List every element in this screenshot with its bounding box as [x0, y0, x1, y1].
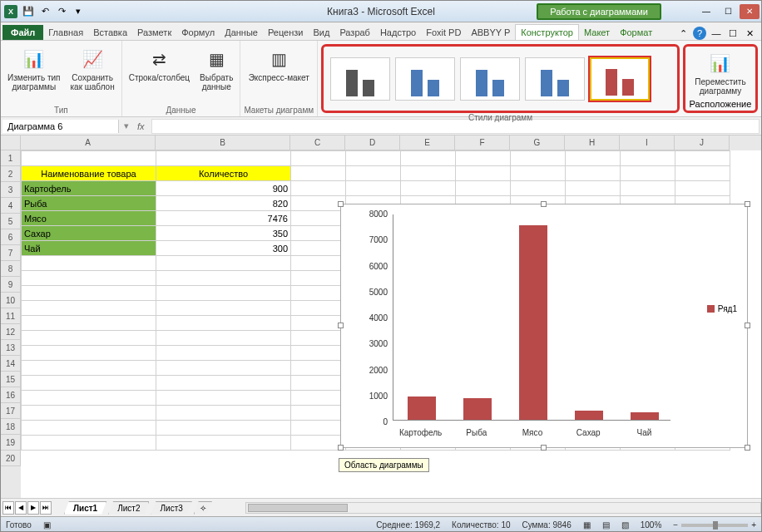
- cell[interactable]: [291, 211, 346, 226]
- col-F[interactable]: F: [455, 135, 510, 150]
- quick-layout-button[interactable]: ▥ Экспресс-макет: [245, 44, 313, 84]
- cell[interactable]: Сахар: [22, 226, 156, 241]
- cell[interactable]: [401, 181, 456, 196]
- row-header[interactable]: 9: [1, 277, 21, 293]
- move-chart-button[interactable]: 📊 Переместить диаграмму: [691, 48, 749, 97]
- tab-layout[interactable]: Разметк: [132, 25, 176, 40]
- switch-row-col-button[interactable]: ⇄ Строка/столбец: [126, 44, 193, 84]
- cell[interactable]: [621, 166, 675, 181]
- ribbon-collapse-icon[interactable]: ⌃: [676, 27, 690, 40]
- tab-design[interactable]: Конструктор: [515, 24, 579, 40]
- cell[interactable]: [291, 376, 346, 391]
- undo-icon[interactable]: ↶: [37, 4, 52, 19]
- cell[interactable]: 350: [156, 226, 291, 241]
- maximize-button[interactable]: ☐: [718, 4, 738, 19]
- cells-area[interactable]: Наименование товараКоличествоКартофель90…: [21, 150, 761, 498]
- col-J[interactable]: J: [675, 135, 730, 150]
- resize-handle[interactable]: [338, 201, 344, 207]
- cell[interactable]: [456, 151, 511, 166]
- cell[interactable]: [291, 226, 346, 241]
- chart-style-3[interactable]: [460, 57, 520, 101]
- cell[interactable]: [401, 151, 456, 166]
- zoom-out-icon[interactable]: −: [673, 520, 678, 530]
- cell[interactable]: Мясо: [22, 211, 156, 226]
- chart-bar[interactable]: [575, 411, 603, 420]
- help-icon[interactable]: ?: [693, 27, 706, 40]
- new-sheet-button[interactable]: ✧: [194, 501, 212, 515]
- chart-bar[interactable]: [463, 398, 492, 420]
- cell[interactable]: [621, 151, 675, 166]
- cell[interactable]: [156, 316, 291, 331]
- cell[interactable]: [291, 181, 346, 196]
- cell[interactable]: [346, 166, 401, 181]
- cell[interactable]: [156, 421, 291, 436]
- sheet-nav-last-icon[interactable]: ⏭: [40, 501, 52, 515]
- tab-format[interactable]: Формат: [615, 25, 657, 40]
- cell[interactable]: [156, 406, 291, 421]
- chart-style-4[interactable]: [525, 57, 585, 101]
- tab-developer[interactable]: Разраб: [334, 25, 375, 40]
- chart-style-2[interactable]: [395, 57, 455, 101]
- tab-file[interactable]: Файл: [2, 25, 43, 40]
- cell[interactable]: [456, 181, 511, 196]
- col-I[interactable]: I: [620, 135, 675, 150]
- cell[interactable]: [291, 241, 346, 256]
- cell[interactable]: [401, 166, 456, 181]
- fx-icon[interactable]: fx: [132, 121, 150, 131]
- row-header[interactable]: 18: [1, 419, 21, 435]
- resize-handle[interactable]: [745, 201, 750, 207]
- row-header[interactable]: 17: [1, 403, 21, 419]
- zoom-in-icon[interactable]: +: [751, 520, 756, 530]
- row-header[interactable]: 20: [1, 451, 21, 466]
- resize-handle[interactable]: [338, 445, 344, 451]
- col-G[interactable]: G: [510, 135, 565, 150]
- cell[interactable]: [566, 151, 621, 166]
- redo-icon[interactable]: ↷: [54, 4, 69, 19]
- cell[interactable]: [22, 436, 156, 451]
- namebox-dropdown-icon[interactable]: ▾: [121, 121, 132, 131]
- row-header[interactable]: 3: [1, 182, 21, 198]
- cell[interactable]: [291, 271, 346, 286]
- doc-min-icon[interactable]: —: [710, 27, 723, 40]
- cell[interactable]: Рыба: [22, 196, 156, 211]
- minimize-button[interactable]: —: [696, 4, 716, 19]
- view-normal-icon[interactable]: ▦: [583, 520, 591, 530]
- tab-formulas[interactable]: Формул: [176, 25, 220, 40]
- col-C[interactable]: C: [290, 135, 345, 150]
- chart-bar[interactable]: [631, 412, 659, 420]
- cell[interactable]: [291, 331, 346, 346]
- sheet-nav-first-icon[interactable]: ⏮: [2, 501, 14, 515]
- cell[interactable]: [291, 301, 346, 316]
- sheet-nav-prev-icon[interactable]: ◀: [15, 501, 27, 515]
- row-header[interactable]: 11: [1, 308, 21, 324]
- resize-handle[interactable]: [541, 201, 547, 207]
- sheet-nav-next-icon[interactable]: ▶: [27, 501, 39, 515]
- cell[interactable]: [22, 271, 156, 286]
- cell[interactable]: [346, 181, 401, 196]
- tab-review[interactable]: Рецензи: [263, 25, 309, 40]
- resize-handle[interactable]: [745, 323, 750, 328]
- cell[interactable]: [156, 346, 291, 361]
- cell[interactable]: [22, 286, 156, 301]
- row-header[interactable]: 2: [1, 166, 21, 182]
- cell[interactable]: [511, 166, 566, 181]
- chart-bar[interactable]: [519, 225, 547, 420]
- cell[interactable]: [22, 391, 156, 406]
- row-header[interactable]: 10: [1, 293, 21, 308]
- cell[interactable]: [156, 376, 291, 391]
- cell[interactable]: [156, 256, 291, 271]
- cell[interactable]: [22, 406, 156, 421]
- cell[interactable]: [22, 256, 156, 271]
- col-B[interactable]: B: [156, 135, 290, 150]
- doc-close-icon[interactable]: ✕: [743, 27, 756, 40]
- cell[interactable]: Количество: [156, 166, 291, 181]
- cell[interactable]: Наименование товара: [22, 166, 156, 181]
- cell[interactable]: [22, 151, 156, 166]
- tab-foxit[interactable]: Foxit PD: [421, 25, 466, 40]
- cell[interactable]: [291, 346, 346, 361]
- cell[interactable]: [291, 151, 346, 166]
- row-header[interactable]: 6: [1, 229, 21, 245]
- col-H[interactable]: H: [565, 135, 620, 150]
- resize-handle[interactable]: [338, 323, 344, 328]
- row-header[interactable]: 12: [1, 324, 21, 340]
